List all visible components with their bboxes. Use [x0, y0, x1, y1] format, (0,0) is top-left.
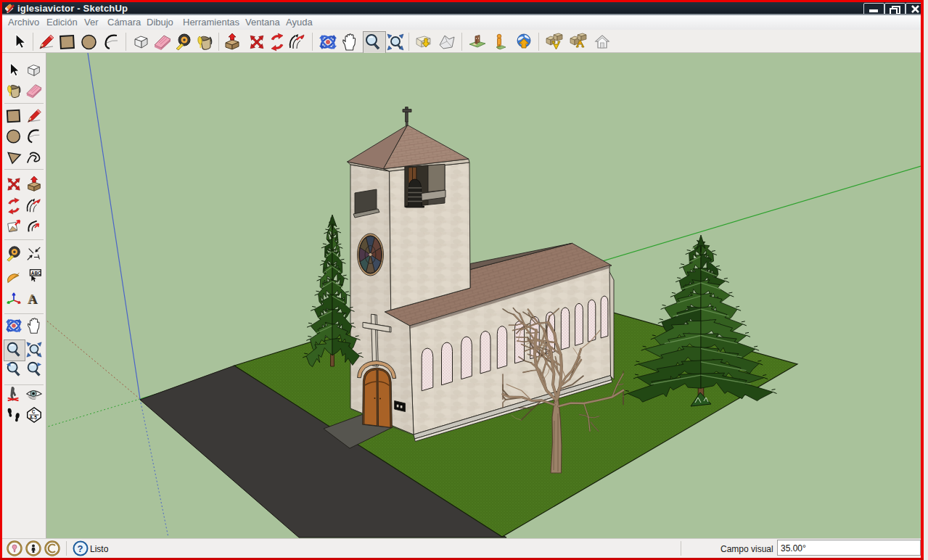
svg-text:A-5: A-5 [30, 415, 38, 420]
svg-text:ABC: ABC [31, 271, 41, 276]
svg-text:C: C [32, 409, 36, 414]
svg-text:?: ? [78, 543, 83, 554]
svg-text:A: A [29, 292, 38, 307]
